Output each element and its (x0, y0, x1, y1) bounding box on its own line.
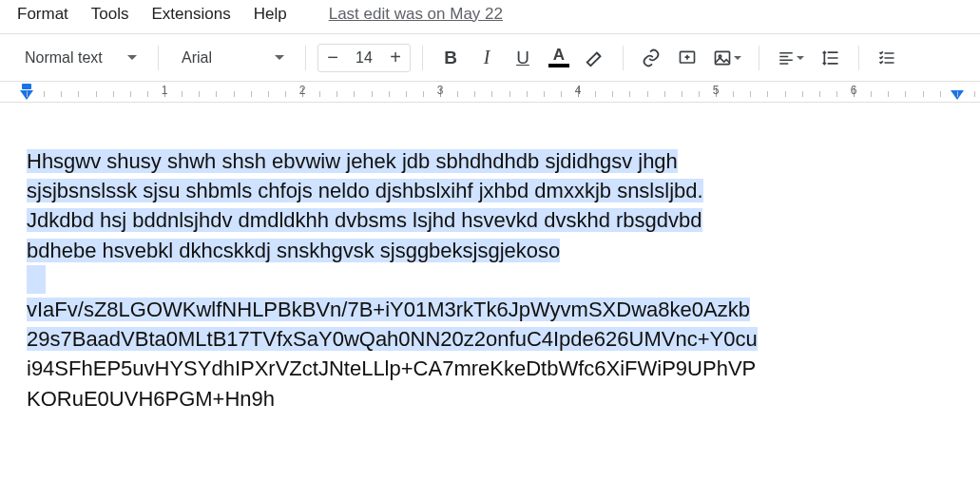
ruler-tick (940, 91, 941, 97)
highlight-color-button[interactable] (579, 42, 611, 74)
ruler-tick (457, 91, 458, 97)
link-icon (641, 48, 662, 68)
svg-rect-1 (716, 51, 730, 64)
insert-link-button[interactable] (635, 42, 667, 74)
ruler-tick (612, 91, 613, 97)
menubar: Format Tools Extensions Help Last edit w… (0, 0, 980, 34)
menu-extensions[interactable]: Extensions (152, 5, 231, 24)
insert-image-button[interactable] (707, 42, 747, 74)
font-family-dropdown[interactable]: Arial (170, 43, 294, 73)
underline-button[interactable]: U (507, 42, 539, 74)
horizontal-ruler[interactable]: 123456 (0, 82, 980, 103)
selected-text[interactable]: vIaFv/sZ8LGOWKwlfNHLPBkBVn/7B+iY01M3rkTk… (27, 298, 750, 321)
ruler-tick (474, 91, 475, 97)
last-edit-link[interactable]: Last edit was on May 22 (329, 5, 503, 24)
divider (623, 46, 624, 70)
ruler-number: 3 (437, 84, 444, 97)
bold-button[interactable]: B (434, 42, 467, 74)
line-spacing-icon (821, 48, 840, 67)
paragraph-style-dropdown[interactable]: Normal text (13, 43, 146, 73)
ruler-tick (647, 91, 648, 97)
ruler-tick (182, 91, 183, 97)
text-color-letter: A (553, 48, 565, 62)
ruler-tick (251, 91, 252, 97)
font-size-value[interactable]: 14 (347, 49, 381, 67)
selected-text[interactable]: Jdkdbd hsj bddnlsjhdv dmdldkhh dvbsms ls… (27, 208, 702, 232)
selected-text[interactable]: 29s7BaadVBta0MLtB17TVfxSaY0wQah0NN20z2on… (27, 327, 758, 351)
paragraph[interactable]: Hhsgwv shusy shwh shsh ebvwiw jehek jdb … (27, 146, 949, 265)
font-size-decrease[interactable]: − (318, 47, 347, 68)
add-comment-button[interactable] (671, 42, 703, 74)
ruler-tick (629, 91, 630, 97)
toolbar: Normal text Arial − 14 + B I U A (0, 34, 980, 82)
menu-tools[interactable]: Tools (91, 5, 129, 24)
menu-help[interactable]: Help (254, 5, 287, 24)
selected-text[interactable]: sjsjbsnslssk sjsu shbmls chfojs neldo dj… (27, 179, 703, 202)
italic-button[interactable]: I (471, 42, 503, 74)
highlighter-icon (585, 48, 605, 68)
ruler-tick (61, 91, 62, 97)
ruler-tick (44, 91, 45, 97)
document-body[interactable]: Hhsgwv shusy shwh shsh ebvwiw jehek jdb … (0, 103, 980, 500)
ruler-tick (561, 91, 562, 97)
ruler-tick (27, 91, 28, 97)
text-line[interactable]: i94SFhEP5uvHYSYdhIPXrVZctJNteLLlp+CA7mre… (27, 356, 756, 380)
ruler-tick (871, 91, 872, 97)
text-color-button[interactable]: A (543, 42, 575, 74)
align-button[interactable] (771, 42, 811, 74)
ruler-tick (372, 91, 373, 97)
image-icon (713, 48, 732, 67)
divider (422, 46, 423, 70)
ruler-tick (423, 91, 424, 97)
ruler-tick (147, 91, 148, 97)
ruler-tick (78, 91, 79, 97)
ruler-tick (595, 91, 596, 97)
align-left-icon (778, 49, 795, 67)
font-size-increase[interactable]: + (381, 47, 410, 68)
ruler-tick (491, 91, 492, 97)
ruler-tick (905, 91, 906, 97)
ruler-tick (957, 91, 958, 97)
blank-line[interactable] (27, 265, 949, 295)
divider (158, 46, 159, 70)
ruler-tick (544, 91, 545, 97)
ruler-number: 5 (713, 84, 720, 97)
ruler-tick (888, 91, 889, 97)
selected-text[interactable] (27, 265, 46, 294)
ruler-number: 1 (162, 84, 168, 97)
ruler-tick (527, 91, 528, 97)
ruler-tick (664, 91, 665, 97)
chevron-down-icon (797, 56, 804, 60)
ruler-tick (974, 91, 975, 97)
font-size-stepper[interactable]: − 14 + (317, 44, 411, 72)
divider (858, 46, 859, 70)
checklist-button[interactable] (871, 42, 903, 74)
ruler-tick (699, 91, 700, 97)
divider (759, 46, 759, 70)
ruler-tick (285, 91, 286, 97)
ruler-tick (199, 91, 200, 97)
chevron-down-icon (127, 55, 137, 60)
ruler-tick (682, 91, 682, 97)
ruler-tick (96, 91, 97, 97)
ruler-number: 6 (851, 84, 857, 97)
selected-text[interactable]: Hhsgwv shusy shwh shsh ebvwiw jehek jdb … (27, 149, 678, 173)
chevron-down-icon (275, 55, 284, 60)
text-line[interactable]: KORuE0UVH6PGM+Hn9h (27, 387, 275, 411)
line-spacing-button[interactable] (815, 42, 847, 74)
chevron-down-icon (734, 56, 741, 60)
ruler-tick (234, 91, 235, 97)
first-line-indent-marker[interactable] (22, 84, 31, 89)
ruler-tick (733, 91, 734, 97)
ruler-tick (767, 91, 768, 97)
menu-format[interactable]: Format (17, 5, 68, 24)
paragraph[interactable]: vIaFv/sZ8LGOWKwlfNHLPBkBVn/7B+iY01M3rkTk… (27, 295, 949, 413)
ruler-tick (319, 91, 320, 97)
ruler-tick (509, 91, 510, 97)
paragraph-style-label: Normal text (25, 49, 103, 67)
selected-text[interactable]: bdhebe hsvebkl dkhcskkdj snskhgvsk sjsgg… (27, 239, 560, 262)
ruler-tick (113, 91, 114, 97)
ruler-tick (819, 91, 820, 97)
ruler-tick (802, 91, 803, 97)
ruler-tick (354, 91, 355, 97)
